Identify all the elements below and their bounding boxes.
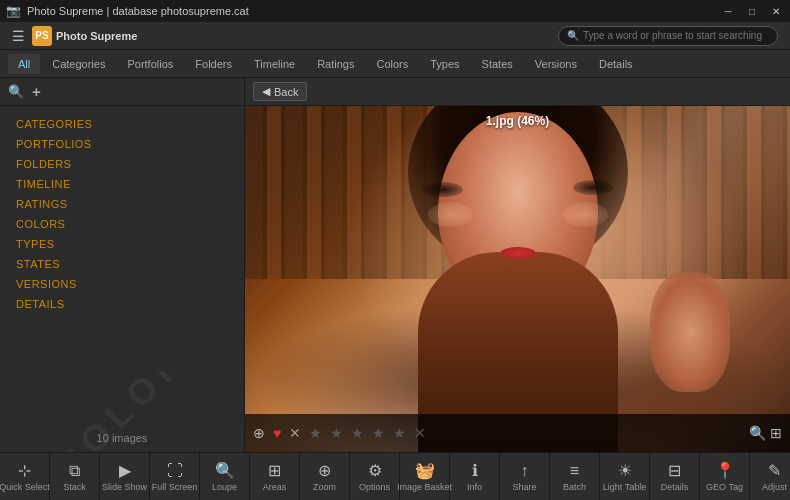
tab-ratings[interactable]: Ratings [307, 54, 364, 74]
sidebar-item-states[interactable]: STATES [0, 254, 244, 274]
light-table-icon: ☀ [618, 461, 632, 480]
star-2[interactable]: ★ [330, 425, 343, 441]
app-logo: PS [32, 26, 52, 46]
sidebar-item-versions[interactable]: VERSIONS [0, 274, 244, 294]
app-icon-small: 📷 [6, 4, 21, 18]
tab-details[interactable]: Details [589, 54, 643, 74]
sidebar-item-types[interactable]: TYPES [0, 234, 244, 254]
reject-icon[interactable]: ✕ [414, 425, 426, 441]
titlebar: 📷 Photo Supreme | database photosupreme.… [0, 0, 790, 22]
basket-icon: 🧺 [415, 461, 435, 480]
sidebar-item-portfolios[interactable]: PORTFOLIOS [0, 134, 244, 154]
geotag-icon: 📍 [715, 461, 735, 480]
star-1[interactable]: ★ [309, 425, 322, 441]
adjust-icon: ✎ [768, 461, 781, 480]
quick-select-tool[interactable]: ⊹ Quick Select [0, 453, 50, 500]
details-icon: ⊟ [668, 461, 681, 480]
options-tool[interactable]: ⚙ Options [350, 453, 400, 500]
tab-all[interactable]: All [8, 54, 40, 74]
quick-select-label: Quick Select [0, 482, 50, 492]
slideshow-icon: ▶ [119, 461, 131, 480]
image-title: 1.jpg (46%) [486, 114, 549, 128]
zoom-tool[interactable]: ⊕ Zoom [300, 453, 350, 500]
sidebar-item-ratings[interactable]: RATINGS [0, 194, 244, 214]
star-4[interactable]: ★ [372, 425, 385, 441]
image-view: 1.jpg (46%) [245, 106, 790, 452]
search-sidebar-icon[interactable]: 🔍 [8, 84, 24, 99]
slideshow-label: Slide Show [102, 482, 147, 492]
image-overlay-bar: ⊕ ♥ ✕ ★ ★ ★ ★ ★ ✕ 🔍 ⊞ [245, 414, 790, 452]
menubar: ☰ PS Photo Supreme 🔍 [0, 22, 790, 50]
loupe-label: Loupe [212, 482, 237, 492]
light-table-tool[interactable]: ☀ Light Table [600, 453, 650, 500]
nav-tabs: All Categories Portfolios Folders Timeli… [0, 50, 790, 78]
back-label: Back [274, 86, 298, 98]
maximize-button[interactable]: □ [744, 3, 760, 19]
areas-tool[interactable]: ⊞ Areas [250, 453, 300, 500]
close-button[interactable]: ✕ [768, 3, 784, 19]
cheek-right [563, 202, 608, 227]
remove-icon[interactable]: ✕ [289, 425, 301, 441]
adjust-tool[interactable]: ✎ Adjust [750, 453, 790, 500]
grid-icon[interactable]: ⊞ [770, 425, 782, 441]
titlebar-controls: ─ □ ✕ [720, 3, 784, 19]
loupe-tool[interactable]: 🔍 Loupe [200, 453, 250, 500]
details-tool[interactable]: ⊟ Details [650, 453, 700, 500]
tab-portfolios[interactable]: Portfolios [117, 54, 183, 74]
window-title: Photo Supreme | database photosupreme.ca… [27, 5, 249, 17]
loupe-icon[interactable]: 🔍 [749, 425, 766, 441]
add-sidebar-icon[interactable]: + [32, 83, 41, 100]
loupe-icon-btn: 🔍 [215, 461, 235, 480]
stack-tool[interactable]: ⧉ Stack [50, 453, 100, 500]
sidebar-toolbar: 🔍 + [0, 78, 244, 106]
sidebar-item-timeline[interactable]: TIMELINE [0, 174, 244, 194]
magnify-bar: 🔍 ⊞ [749, 425, 782, 441]
tab-types[interactable]: Types [420, 54, 469, 74]
search-bar[interactable]: 🔍 [558, 26, 778, 46]
sidebar-item-details[interactable]: DETAILS [0, 294, 244, 314]
basket-label: Image Basket [397, 482, 452, 492]
main-area: 🔍 + CATEGORIES PORTFOLIOS FOLDERS TIMELI… [0, 78, 790, 452]
sidebar-item-folders[interactable]: FOLDERS [0, 154, 244, 174]
back-arrow-icon: ◀ [262, 85, 270, 98]
tab-timeline[interactable]: Timeline [244, 54, 305, 74]
image-basket-tool[interactable]: 🧺 Image Basket [400, 453, 450, 500]
search-input[interactable] [583, 30, 769, 41]
cursor-tool-icon[interactable]: ⊕ [253, 425, 265, 441]
tab-colors[interactable]: Colors [366, 54, 418, 74]
titlebar-left: 📷 Photo Supreme | database photosupreme.… [6, 4, 249, 18]
back-button[interactable]: ◀ Back [253, 82, 307, 101]
eye-right [573, 180, 613, 195]
cheek-left [428, 202, 473, 227]
zoom-icon: ⊕ [318, 461, 331, 480]
fullscreen-icon: ⛶ [167, 462, 183, 480]
sidebar: 🔍 + CATEGORIES PORTFOLIOS FOLDERS TIMELI… [0, 78, 245, 452]
fullscreen-tool[interactable]: ⛶ Full Screen [150, 453, 200, 500]
sidebar-item-colors[interactable]: COLORS [0, 214, 244, 234]
sidebar-item-categories[interactable]: CATEGORIES [0, 114, 244, 134]
batch-tool[interactable]: ≡ Batch [550, 453, 600, 500]
minimize-button[interactable]: ─ [720, 3, 736, 19]
tab-versions[interactable]: Versions [525, 54, 587, 74]
content-toolbar: ◀ Back [245, 78, 790, 106]
stack-icon: ⧉ [69, 462, 80, 480]
person-silhouette [368, 106, 668, 452]
info-tool[interactable]: ℹ Info [450, 453, 500, 500]
tab-states[interactable]: States [472, 54, 523, 74]
eye-left [423, 182, 463, 197]
options-label: Options [359, 482, 390, 492]
info-icon: ℹ [472, 461, 478, 480]
share-tool[interactable]: ↑ Share [500, 453, 550, 500]
hamburger-menu[interactable]: ☰ [4, 22, 32, 50]
slideshow-tool[interactable]: ▶ Slide Show [100, 453, 150, 500]
zoom-label: Zoom [313, 482, 336, 492]
sidebar-watermark-area: CoLOR 10 images [0, 372, 244, 452]
star-5[interactable]: ★ [393, 425, 406, 441]
heart-icon[interactable]: ♥ [273, 425, 281, 441]
share-icon: ↑ [521, 462, 529, 480]
sidebar-nav: CATEGORIES PORTFOLIOS FOLDERS TIMELINE R… [0, 106, 244, 372]
geotag-tool[interactable]: 📍 GEO Tag [700, 453, 750, 500]
tab-categories[interactable]: Categories [42, 54, 115, 74]
star-3[interactable]: ★ [351, 425, 364, 441]
tab-folders[interactable]: Folders [185, 54, 242, 74]
